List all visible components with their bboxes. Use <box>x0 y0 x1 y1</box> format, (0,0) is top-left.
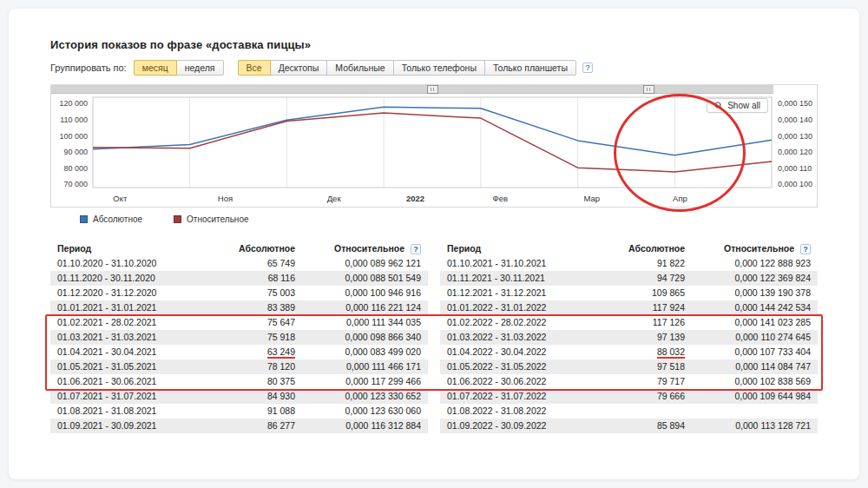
cell-period: 01.04.2021 - 30.04.2021 <box>50 345 220 359</box>
x-tick: 2022 <box>406 194 424 203</box>
cell-absolute: 117 924 <box>609 300 692 315</box>
table-row: 01.02.2021 - 28.02.202175 6470,000 111 3… <box>50 315 428 330</box>
table-row: 01.07.2021 - 31.07.202184 9300,000 123 3… <box>50 389 428 404</box>
cell-absolute: 97 518 <box>609 359 692 374</box>
legend-swatch <box>174 215 181 223</box>
device-btn-мобильные[interactable]: Мобильные <box>326 60 393 76</box>
relative-help-icon[interactable]: ? <box>411 244 421 254</box>
table-row: 01.12.2021 - 31.12.2021109 8650,000 139 … <box>440 286 818 300</box>
y-tick-right: 0,000 110 <box>778 164 812 173</box>
cell-absolute: 86 277 <box>220 419 302 433</box>
table-header-row: ПериодАбсолютноеОтносительное? <box>50 241 428 256</box>
cell-absolute-value: 91 822 <box>657 258 685 268</box>
table-row: 01.12.2020 - 31.12.202075 0030,000 100 9… <box>50 286 428 300</box>
relative-help-icon[interactable]: ? <box>800 244 811 254</box>
cell-absolute-value: 97 518 <box>657 361 685 372</box>
cell-relative <box>692 404 818 419</box>
y-tick-right: 0,000 140 <box>778 115 812 124</box>
cell-absolute: 84 930 <box>220 389 302 404</box>
group-btn-неделя[interactable]: неделя <box>176 60 224 76</box>
cell-absolute: 80 375 <box>220 374 302 389</box>
range-handle-left[interactable] <box>427 85 438 94</box>
legend-label: Абсолютное <box>93 214 142 224</box>
cell-absolute-value: 75 003 <box>267 287 295 298</box>
cell-relative: 0,000 122 369 824 <box>692 271 818 286</box>
cell-period: 01.07.2021 - 31.07.2021 <box>50 389 220 404</box>
table-row: 01.10.2021 - 31.10.202191 8220,000 122 8… <box>440 256 818 271</box>
table-row: 01.08.2021 - 31.08.202191 0880,000 123 6… <box>50 404 428 419</box>
table-right-2021-2022: ПериодАбсолютноеОтносительное?01.10.2021… <box>440 241 818 433</box>
cell-relative: 0,000 089 962 121 <box>302 256 428 271</box>
device-btn-только-телефоны[interactable]: Только телефоны <box>393 60 485 76</box>
cell-period: 01.09.2021 - 30.09.2021 <box>50 419 220 433</box>
cell-absolute-value: 84 930 <box>267 391 295 401</box>
page-title: История показов по фразе «доставка пиццы… <box>50 38 818 51</box>
cell-period: 01.08.2021 - 31.08.2021 <box>50 404 220 419</box>
wordstat-card: История показов по фразе «доставка пиццы… <box>9 9 859 479</box>
cell-period: 01.05.2022 - 31.05.2022 <box>440 359 609 374</box>
cell-absolute: 97 139 <box>609 330 692 345</box>
cell-absolute-value: 80 375 <box>267 376 295 386</box>
cell-absolute: 65 749 <box>220 256 302 271</box>
cell-absolute <box>609 404 692 419</box>
cell-period: 01.06.2022 - 30.06.2022 <box>440 374 609 389</box>
cell-absolute-value: 88 032 <box>657 346 685 359</box>
cell-absolute-value: 83 389 <box>267 302 295 313</box>
cell-absolute-value: 75 647 <box>267 317 295 327</box>
cell-absolute-value: 94 729 <box>657 273 685 283</box>
cell-period: 01.02.2022 - 28.02.2022 <box>440 315 609 330</box>
cell-relative: 0,000 100 946 916 <box>302 286 428 300</box>
chart-range-scrollbar[interactable] <box>51 85 773 94</box>
cell-absolute: 109 865 <box>609 286 692 300</box>
cell-absolute: 85 894 <box>609 419 692 433</box>
cell-period: 01.04.2022 - 30.04.2022 <box>440 345 609 359</box>
magnifier-icon <box>714 102 723 110</box>
cell-period: 01.01.2022 - 31.01.2022 <box>440 300 609 315</box>
device-btn-десктопы[interactable]: Десктопы <box>270 60 328 76</box>
cell-absolute: 88 032 <box>609 345 692 359</box>
device-btn-все[interactable]: Все <box>238 60 271 76</box>
table-row: 01.03.2022 - 31.03.202297 1390,000 110 2… <box>440 330 818 345</box>
cell-period: 01.05.2021 - 31.05.2021 <box>50 359 220 374</box>
cell-period: 01.10.2021 - 31.10.2021 <box>440 256 609 271</box>
show-all-button[interactable]: Show all <box>707 98 768 113</box>
table-row: 01.06.2021 - 30.06.202180 3750,000 117 2… <box>50 374 428 389</box>
device-btn-только-планшеты[interactable]: Только планшеты <box>484 60 576 76</box>
cell-relative: 0,000 139 190 378 <box>692 286 818 300</box>
period-button-group: месяцнеделя <box>134 60 224 76</box>
cell-relative: 0,000 110 274 645 <box>692 330 818 345</box>
cell-absolute-value: 86 277 <box>267 420 295 431</box>
cell-absolute: 75 918 <box>220 330 302 345</box>
cell-period: 01.08.2022 - 31.08.2022 <box>440 404 609 419</box>
y-tick-left: 90 000 <box>63 148 88 156</box>
range-handle-right[interactable] <box>643 85 654 94</box>
table-header-row: ПериодАбсолютноеОтносительное? <box>440 241 818 256</box>
legend-swatch <box>80 215 88 223</box>
plot-border <box>93 97 772 188</box>
y-tick-right: 0,000 100 <box>778 180 812 188</box>
cell-absolute: 75 003 <box>220 286 302 300</box>
x-tick: Апр <box>673 194 687 203</box>
table-row: 01.07.2022 - 31.07.202279 6660,000 109 6… <box>440 389 818 404</box>
cell-relative: 0,000 141 023 285 <box>692 315 818 330</box>
cell-absolute-value: 85 894 <box>657 420 685 431</box>
grouping-help-icon[interactable]: ? <box>582 63 593 73</box>
table-row: 01.04.2021 - 30.04.202163 2490,000 083 4… <box>50 345 428 359</box>
cell-period: 01.03.2022 - 31.03.2022 <box>440 330 609 345</box>
cell-relative: 0,000 122 888 923 <box>692 256 818 271</box>
group-btn-месяц[interactable]: месяц <box>134 60 177 76</box>
cell-relative: 0,000 117 299 466 <box>302 374 428 389</box>
cell-absolute-value: 97 139 <box>657 332 685 342</box>
cell-absolute-value: 78 120 <box>267 361 295 372</box>
y-axis-right-labels: 0,000 1500,000 1400,000 1300,000 1200,00… <box>778 99 812 188</box>
table-row: 01.01.2021 - 31.01.202183 3890,000 116 2… <box>50 300 428 315</box>
cell-period: 01.09.2022 - 30.09.2022 <box>440 419 609 433</box>
cell-absolute-value: 75 918 <box>267 332 295 342</box>
cell-period: 01.10.2020 - 31.10.2020 <box>50 256 220 271</box>
cell-relative: 0,000 102 838 569 <box>692 374 818 389</box>
cell-period: 01.02.2021 - 28.02.2021 <box>50 315 220 330</box>
y-tick-left: 80 000 <box>63 164 88 173</box>
table-row: 01.11.2020 - 30.11.202068 1160,000 088 5… <box>50 271 428 286</box>
x-axis-labels: ОктНояДек2022ФевМарАпр <box>113 194 687 203</box>
legend-item-абсолютное: Абсолютное <box>80 214 142 224</box>
